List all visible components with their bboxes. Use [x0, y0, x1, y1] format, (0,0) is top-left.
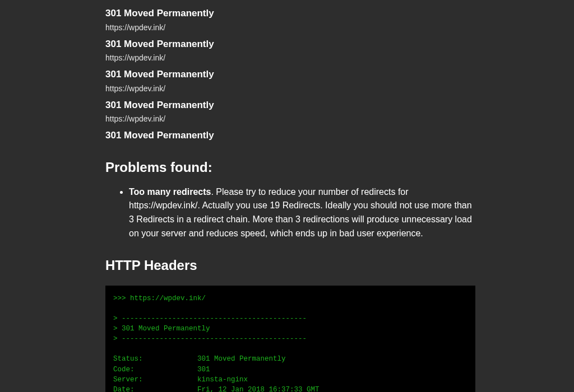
redirect-url: https://wpdev.ink/ — [105, 52, 475, 64]
http-headers-terminal[interactable]: >>> https://wpdev.ink/ > ---------------… — [105, 286, 475, 392]
header-value: 301 — [197, 365, 210, 375]
header-row: Server:kinsta-nginx — [113, 375, 467, 385]
header-value: kinsta-nginx — [197, 375, 248, 385]
content-container: 301 Moved Permanentlyhttps://wpdev.ink/3… — [105, 0, 475, 392]
header-row: Status:301 Moved Permanently — [113, 354, 467, 364]
http-headers-heading: HTTP Headers — [105, 255, 475, 276]
header-value: 301 Moved Permanently — [197, 354, 286, 364]
header-key: Code: — [113, 365, 197, 375]
redirect-url: https://wpdev.ink/ — [105, 83, 475, 95]
header-key: Status: — [113, 354, 197, 364]
terminal-separator: > --------------------------------------… — [113, 334, 467, 344]
header-value: Fri, 12 Jan 2018 16:37:33 GMT — [197, 385, 320, 392]
redirect-status: 301 Moved Permanently — [105, 128, 475, 143]
header-key: Server: — [113, 375, 197, 385]
redirect-status: 301 Moved Permanently — [105, 37, 475, 52]
terminal-request-line: >>> https://wpdev.ink/ — [113, 293, 467, 304]
redirect-url: https://wpdev.ink/ — [105, 113, 475, 125]
header-key: Date: — [113, 385, 197, 392]
redirect-list: 301 Moved Permanentlyhttps://wpdev.ink/3… — [105, 6, 475, 143]
redirect-status: 301 Moved Permanently — [105, 98, 475, 113]
terminal-separator: > --------------------------------------… — [113, 314, 467, 324]
problem-item: Too many redirects. Please try to reduce… — [129, 185, 475, 241]
redirect-status: 301 Moved Permanently — [105, 6, 475, 21]
redirect-status: 301 Moved Permanently — [105, 67, 475, 82]
terminal-status-line: > 301 Moved Permanently — [113, 324, 467, 334]
problems-list: Too many redirects. Please try to reduce… — [105, 185, 475, 241]
problems-heading: Problems found: — [105, 157, 475, 178]
problem-title: Too many redirects — [129, 187, 211, 197]
redirect-url: https://wpdev.ink/ — [105, 22, 475, 34]
header-row: Code:301 — [113, 365, 467, 375]
header-row: Date:Fri, 12 Jan 2018 16:37:33 GMT — [113, 385, 467, 392]
